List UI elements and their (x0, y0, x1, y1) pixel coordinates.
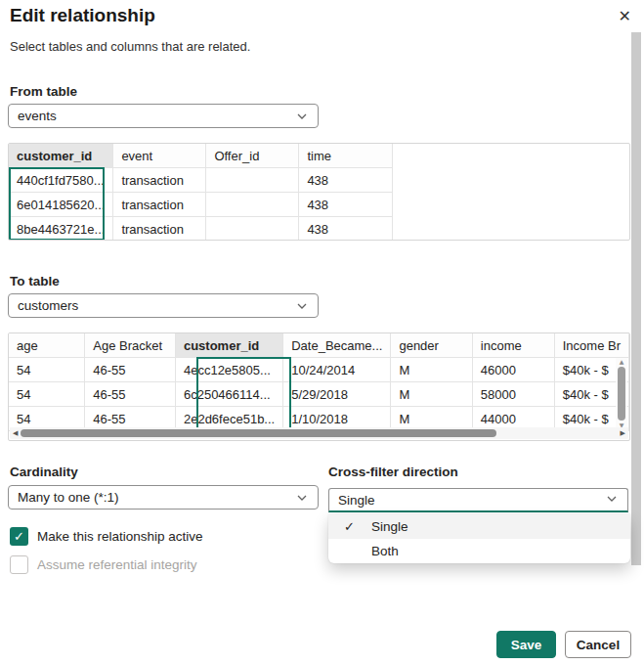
chevron-down-icon (295, 491, 309, 505)
close-icon[interactable]: ✕ (617, 7, 633, 26)
table-row: 440cf1fd7580... transaction 438 (9, 168, 393, 193)
customers-cell[interactable]: 10/24/2014 (283, 358, 391, 382)
menu-item-label: Both (371, 544, 399, 558)
events-cell[interactable]: 440cf1fd7580... (9, 168, 113, 193)
customers-cell[interactable]: 46-55 (85, 382, 176, 407)
table-row: 8be4463721e... transaction 438 (9, 217, 393, 242)
checkmark-icon: ✓ (344, 519, 371, 534)
horizontal-scroll-thumb[interactable] (21, 429, 496, 437)
customers-cell[interactable]: 6c250466114... (175, 382, 282, 407)
vertical-scroll-thumb[interactable] (618, 367, 625, 421)
chevron-down-icon (605, 492, 619, 509)
customers-cell[interactable]: 54 (9, 358, 85, 382)
events-col-header-time[interactable]: time (299, 144, 393, 168)
active-relationship-checkbox[interactable]: ✓ (10, 527, 28, 546)
cross-filter-selected-value: Single (338, 493, 375, 508)
cross-filter-dropdown[interactable]: Single (328, 488, 628, 512)
menu-item-label: Single (371, 519, 408, 534)
table-row: 54 46-55 6c250466114... 5/29/2018 M 5800… (9, 382, 629, 407)
chevron-down-icon (295, 110, 309, 123)
menu-item-both[interactable]: Both (328, 539, 630, 563)
events-col-header-offer-id[interactable]: Offer_id (206, 144, 299, 168)
events-col-header-event[interactable]: event (113, 144, 206, 168)
table-row: 54 46-55 4ecc12e5805... 10/24/2014 M 460… (9, 358, 629, 382)
dialog-subtitle: Select tables and columns that are relat… (10, 39, 250, 54)
horizontal-scroll-track[interactable] (21, 427, 617, 439)
customers-cell[interactable]: M (391, 358, 472, 382)
dialog-scrollbar[interactable] (631, 32, 641, 565)
events-cell[interactable]: 8be4463721e... (9, 217, 113, 242)
customers-col-header-income[interactable]: income (472, 333, 554, 358)
table-row: 6e014185620... transaction 438 (9, 193, 393, 217)
events-cell[interactable] (206, 168, 299, 193)
from-table-selected-value: events (18, 109, 57, 123)
customers-cell[interactable]: 4ecc12e5805... (175, 358, 282, 382)
table-horizontal-scrollbar[interactable]: ◀ ▶ (10, 427, 628, 439)
to-table-preview: age Age Bracket customer_id Date_Became.… (8, 332, 630, 441)
checkmark-icon: ✓ (14, 529, 24, 544)
events-cell[interactable] (206, 193, 299, 217)
from-table-label: From table (10, 84, 77, 99)
customers-col-header-age-bracket[interactable]: Age Bracket (85, 333, 176, 358)
scroll-right-icon[interactable]: ▶ (618, 427, 628, 439)
chevron-down-icon (295, 299, 309, 313)
customers-col-header-gender[interactable]: gender (391, 333, 472, 358)
to-table-selected-value: customers (18, 298, 78, 313)
customers-col-header-customer-id[interactable]: customer_id (175, 333, 282, 358)
customers-col-header-age[interactable]: age (9, 333, 85, 358)
events-cell[interactable]: 438 (299, 217, 393, 242)
referential-integrity-checkbox (10, 555, 28, 574)
events-cell[interactable]: transaction (113, 168, 206, 193)
scroll-up-icon[interactable]: ▲ (620, 358, 624, 366)
customers-col-header-income-bracket[interactable]: Income Br (554, 333, 628, 358)
customers-cell[interactable]: 46-55 (85, 358, 176, 382)
table-vertical-scrollbar[interactable]: ▲ ▼ (616, 358, 627, 429)
customers-cell[interactable]: M (391, 382, 472, 407)
active-relationship-label: Make this relationship active (37, 529, 203, 544)
cardinality-label: Cardinality (10, 465, 78, 479)
save-button[interactable]: Save (496, 631, 556, 658)
page-title: Edit relationship (10, 5, 155, 26)
events-cell[interactable] (206, 217, 299, 242)
customers-cell[interactable]: 5/29/2018 (283, 382, 391, 407)
from-table-dropdown[interactable]: events (8, 104, 319, 128)
scroll-left-icon[interactable]: ◀ (10, 427, 21, 439)
events-cell[interactable]: 438 (299, 193, 393, 217)
events-cell[interactable]: transaction (113, 217, 206, 242)
customers-cell[interactable]: 46000 (472, 358, 554, 382)
cancel-button[interactable]: Cancel (565, 631, 631, 658)
events-col-header-customer-id[interactable]: customer_id (9, 144, 113, 168)
events-cell[interactable]: 438 (299, 168, 393, 193)
events-cell[interactable]: transaction (113, 193, 206, 217)
customers-cell[interactable]: 58000 (472, 382, 554, 407)
cross-filter-label: Cross-filter direction (328, 465, 458, 479)
cross-filter-dropdown-menu: ✓ Single Both (328, 514, 630, 563)
to-table-label: To table (10, 274, 60, 288)
cardinality-dropdown[interactable]: Many to one (*:1) (8, 485, 319, 510)
customers-col-header-date-became[interactable]: Date_Became... (283, 333, 391, 358)
referential-integrity-label: Assume referential integrity (37, 557, 197, 572)
cardinality-selected-value: Many to one (*:1) (18, 490, 119, 505)
customers-cell[interactable]: 54 (9, 382, 85, 407)
menu-item-single[interactable]: ✓ Single (328, 514, 630, 539)
from-table-preview: customer_id event Offer_id time 440cf1fd… (8, 143, 630, 241)
events-cell[interactable]: 6e014185620... (9, 193, 113, 217)
to-table-dropdown[interactable]: customers (8, 293, 319, 318)
